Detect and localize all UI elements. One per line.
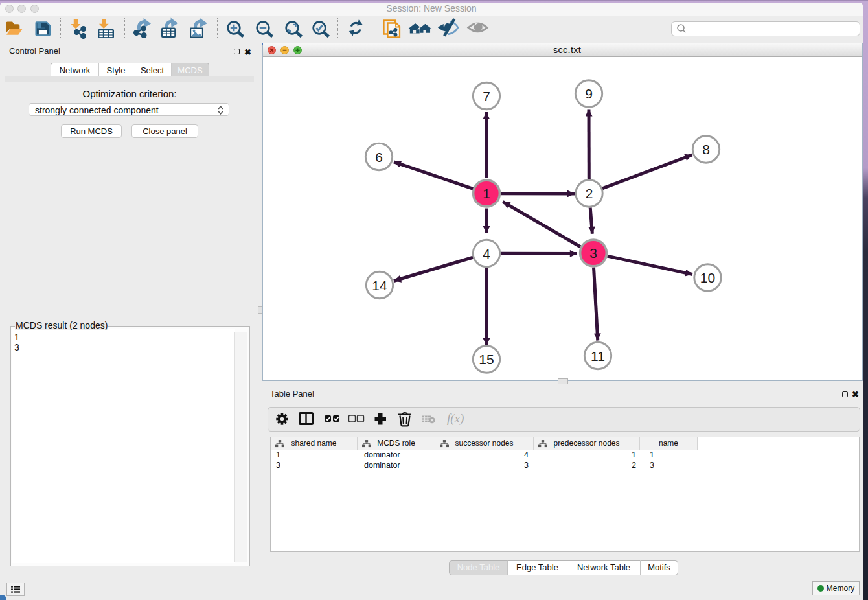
- svg-text:8: 8: [702, 142, 710, 157]
- svg-text:11: 11: [591, 349, 605, 363]
- svg-text:10: 10: [700, 270, 715, 285]
- svg-text:7: 7: [483, 89, 490, 104]
- svg-text:15: 15: [479, 352, 494, 367]
- svg-text:f(x): f(x): [447, 411, 464, 426]
- svg-text:9: 9: [585, 86, 593, 101]
- svg-text:1: 1: [483, 186, 490, 201]
- svg-text:2: 2: [586, 186, 593, 201]
- svg-text:6: 6: [375, 150, 383, 165]
- svg-text:3: 3: [589, 246, 597, 260]
- svg-text:14: 14: [372, 278, 387, 293]
- svg-text:4: 4: [483, 246, 490, 261]
